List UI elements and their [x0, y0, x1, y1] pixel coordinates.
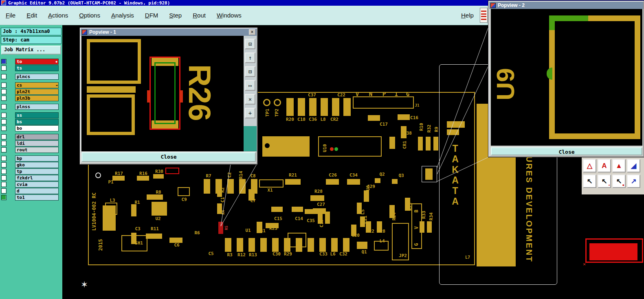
layer-visibility-checkbox[interactable]	[1, 141, 7, 146]
layer-row-ldi[interactable]: ldi	[0, 140, 62, 146]
popview-2-window: Popview - 2 U9 Close	[488, 1, 644, 157]
move-right-icon[interactable]: ↦	[245, 80, 255, 91]
menu-windows[interactable]: Windows	[217, 12, 242, 19]
pointer-circle-tool-button[interactable]: ↖●	[612, 175, 626, 188]
popview-1-scroll-strip[interactable]	[244, 126, 257, 151]
layer-row-cvia[interactable]: cvia	[0, 181, 62, 188]
solid-triangle-tool-button[interactable]: ▲	[612, 159, 626, 172]
layer-row-bo[interactable]: bo	[0, 125, 62, 131]
popview-2-canvas[interactable]: U9	[491, 9, 642, 146]
layer-name[interactable]: bs	[15, 119, 59, 125]
menu-options[interactable]: Options	[79, 12, 100, 19]
pointer-tool-button[interactable]: ↖	[583, 175, 596, 188]
text-a-tool-button[interactable]: A	[598, 159, 611, 172]
layer-visibility-checkbox[interactable]	[1, 65, 7, 71]
layer-visibility-checkbox[interactable]	[1, 96, 7, 101]
menu-rout[interactable]: Rout	[193, 12, 206, 19]
layer-name[interactable]: fzkdrl	[15, 175, 59, 181]
layer-row-tp[interactable]: tp	[0, 168, 62, 175]
layer-name[interactable]: plnss	[15, 104, 59, 110]
layer-row-gko[interactable]: gko	[0, 162, 62, 168]
layer-visibility-checkbox[interactable]	[1, 156, 7, 161]
layer-visibility-checkbox[interactable]	[1, 134, 7, 140]
layer-name[interactable]: pln2t	[15, 89, 59, 95]
menu-items: FileEditActionsOptionsAnalysisDFMStepRou…	[6, 12, 253, 19]
layer-name[interactable]: ts	[15, 65, 59, 71]
layer-name[interactable]: d	[15, 188, 59, 194]
triangle-alt-tool-button[interactable]: ◢	[627, 159, 640, 172]
layer-row-to1[interactable]: to1	[0, 194, 62, 201]
menu-analysis[interactable]: Analysis	[111, 12, 134, 19]
layer-visibility-checkbox[interactable]	[1, 89, 7, 94]
layer-row-plnss[interactable]: plnss	[0, 104, 62, 110]
layer-name[interactable]: rout	[15, 147, 59, 153]
layer-row-pln3b[interactable]: pln3b	[0, 95, 62, 101]
layer-name[interactable]: ldi	[15, 140, 59, 146]
layer-name[interactable]: cs◄	[15, 82, 59, 88]
layer-visibility-checkbox[interactable]	[1, 188, 7, 194]
layer-row-ts[interactable]: ts	[0, 65, 62, 71]
layer-row-to[interactable]: to◆	[0, 59, 62, 65]
layer-visibility-checkbox[interactable]	[1, 175, 7, 181]
popview-2-close-button[interactable]: Close	[491, 147, 642, 155]
layer-visibility-checkbox[interactable]	[1, 147, 7, 153]
menu-edit[interactable]: Edit	[26, 12, 37, 19]
detach-view-icon[interactable]: ⊡	[245, 39, 255, 49]
layer-row-cs[interactable]: cs◄	[0, 82, 62, 88]
layer-name[interactable]: bp	[15, 155, 59, 162]
job-matrix-button[interactable]: Job Matrix ...	[1, 46, 61, 55]
layer-visibility-checkbox[interactable]	[1, 83, 7, 88]
popview-2-titlebar[interactable]: Popview - 2	[489, 2, 643, 9]
layer-row-plncs[interactable]: plncs	[0, 74, 62, 80]
layer-row-drl[interactable]: drl	[0, 134, 62, 140]
layer-row-ss[interactable]: ss	[0, 112, 62, 118]
pan-icon[interactable]: +	[245, 108, 255, 118]
menu-file[interactable]: File	[6, 12, 15, 19]
graphic-editor-window: Graphic Editor 9.07b2 (OUeRT-HTCAM-PC002…	[0, 0, 644, 299]
zoom-out-icon[interactable]: ⊟	[245, 66, 255, 77]
layer-visibility-checkbox[interactable]	[1, 74, 7, 79]
board-label: R26	[182, 64, 218, 121]
layer-visibility-checkbox[interactable]	[1, 113, 7, 118]
popview-1-close-button[interactable]: Close	[81, 152, 256, 162]
popview-icon	[82, 30, 87, 35]
layer-visibility-checkbox[interactable]	[1, 195, 7, 200]
popview-1-canvas[interactable]: R26	[81, 36, 244, 151]
menu-dfm[interactable]: DFM	[145, 12, 158, 19]
layer-row-rout[interactable]: rout	[0, 147, 62, 153]
zoom-area-icon[interactable]: ×	[245, 94, 255, 105]
layer-name[interactable]: cvia	[15, 181, 59, 188]
popview-1-titlebar[interactable]: Popview - 1 ×	[81, 28, 257, 36]
layer-name[interactable]: tp	[15, 168, 59, 175]
layer-name[interactable]: pln3b	[15, 95, 59, 101]
layer-name[interactable]: plncs	[15, 74, 59, 80]
menu-help[interactable]: Help	[461, 6, 474, 25]
layer-visibility-checkbox[interactable]	[1, 59, 7, 64]
pointer-alt-tool-button[interactable]: ↗	[627, 175, 640, 188]
layer-row-bs[interactable]: bs	[0, 119, 62, 125]
pointer-select-tool-button[interactable]: ↖▪	[598, 175, 611, 188]
layer-visibility-checkbox[interactable]	[1, 119, 7, 124]
pointer-alt-tool-icon: ↗	[631, 177, 636, 186]
menu-step[interactable]: Step	[169, 12, 182, 19]
layer-name[interactable]: to◆	[15, 59, 59, 65]
close-icon[interactable]: ×	[249, 29, 255, 35]
layer-name[interactable]: drl	[15, 134, 59, 140]
triangle-tool-button[interactable]: △	[583, 159, 596, 172]
move-up-icon[interactable]: ↑	[245, 52, 255, 63]
layer-visibility-checkbox[interactable]	[1, 169, 7, 174]
layer-visibility-checkbox[interactable]	[1, 104, 7, 109]
menu-handle-icon[interactable]	[480, 8, 488, 23]
layer-name[interactable]: to1	[15, 194, 59, 201]
layer-name[interactable]: bo	[15, 125, 59, 131]
layer-row-pln2t[interactable]: pln2t	[0, 89, 62, 95]
layer-visibility-checkbox[interactable]	[1, 126, 7, 131]
menu-actions[interactable]: Actions	[48, 12, 68, 19]
layer-row-fzkdrl[interactable]: fzkdrl	[0, 175, 62, 181]
layer-row-d[interactable]: d	[0, 188, 62, 194]
layer-name[interactable]: ss	[15, 112, 59, 118]
layer-name[interactable]: gko	[15, 162, 59, 168]
layer-row-bp[interactable]: bp	[0, 155, 62, 162]
layer-visibility-checkbox[interactable]	[1, 162, 7, 168]
layer-visibility-checkbox[interactable]	[1, 182, 7, 187]
